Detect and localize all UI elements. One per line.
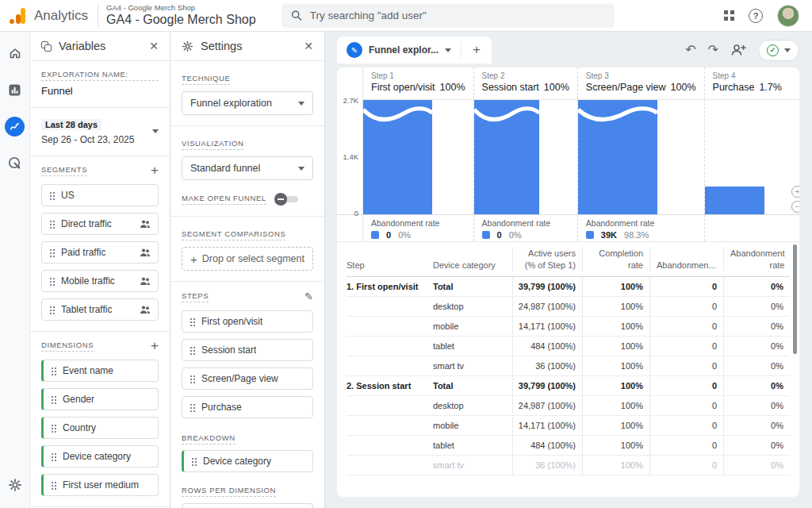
exploration-name-value[interactable]: Funnel	[41, 85, 159, 97]
funnel-y-axis: 2.7K 1.4K 0	[337, 99, 362, 214]
zoom-in-button[interactable]: +	[791, 186, 799, 198]
dimension-chip-event-name[interactable]: Event name	[41, 360, 159, 382]
drag-handle-icon[interactable]	[191, 457, 197, 466]
drag-handle-icon[interactable]	[190, 346, 195, 355]
saved-status-button[interactable]: ✓	[758, 40, 799, 61]
drag-handle-icon[interactable]	[190, 318, 195, 326]
segment-chip-paid-traffic[interactable]: Paid traffic	[41, 241, 159, 264]
visualization-label: VISUALIZATION	[182, 139, 243, 150]
variables-close-icon[interactable]: ✕	[149, 40, 159, 52]
table-header-row: Step Device category Active users(% of S…	[347, 242, 790, 277]
redo-icon[interactable]: ↷	[708, 44, 718, 56]
home-icon[interactable]	[5, 43, 25, 64]
abandonment-cell-3: Abandonment rate 39K 98.3%	[577, 214, 704, 241]
drag-handle-icon[interactable]	[51, 481, 56, 490]
visualization-select[interactable]: Standard funnel	[182, 156, 313, 180]
edit-steps-pencil-icon[interactable]: ✎	[304, 291, 313, 302]
funnel-bar-cell-3	[577, 99, 704, 214]
drag-handle-icon[interactable]	[49, 306, 55, 314]
table-row: mobile 14,171 (100%) 100% 0 0%	[347, 416, 790, 436]
segment-chip-mobile-traffic[interactable]: Mobile traffic	[41, 270, 159, 292]
search-bar[interactable]	[282, 4, 615, 28]
table-row: mobile 14,171 (100%) 100% 0 0%	[347, 317, 790, 337]
apps-grid-icon[interactable]	[724, 10, 734, 21]
drag-handle-icon[interactable]	[49, 248, 55, 257]
col-abandonments: Abandonmen...	[649, 248, 723, 271]
settings-close-icon[interactable]: ✕	[304, 40, 313, 52]
add-tab-button[interactable]: +	[462, 37, 492, 64]
date-range-section[interactable]: Last 28 days Sep 26 - Oct 23, 2025	[30, 108, 170, 156]
dimension-chip-gender[interactable]: Gender	[41, 388, 159, 410]
drag-handle-icon[interactable]	[51, 367, 56, 375]
dimension-chip-first-user-medium[interactable]: First user medium	[41, 474, 159, 496]
avatar[interactable]	[777, 5, 799, 27]
segment-chip-us[interactable]: US	[41, 184, 159, 206]
tab-funnel-exploration[interactable]: ✎ Funnel explor...	[337, 37, 461, 64]
brand-name: Analytics	[34, 8, 88, 24]
property-selector[interactable]: GA4 - Google Merch Shop GA4 - Google Mer…	[106, 4, 256, 27]
advertising-icon[interactable]	[5, 152, 25, 173]
funnel-bar[interactable]	[705, 187, 764, 214]
step-chip-first-open-visit[interactable]: First open/visit	[182, 310, 313, 333]
dimension-chip-device-category[interactable]: Device category	[41, 445, 159, 468]
funnel-bar-cell-1	[362, 99, 473, 214]
plus-icon: +	[190, 252, 197, 266]
table-row: smart tv 36 (100%) 100% 0 0%	[347, 456, 790, 475]
drag-handle-icon[interactable]	[51, 452, 56, 461]
drag-handle-icon[interactable]	[49, 277, 55, 286]
explore-icon[interactable]	[5, 116, 25, 137]
funnel-header-spacer	[790, 67, 799, 99]
main-layout: Variables ✕ EXPLORATION NAME: Funnel Las…	[0, 32, 812, 508]
search-icon	[291, 10, 302, 21]
search-input[interactable]	[310, 10, 605, 21]
date-preset-badge: Last 28 days	[41, 119, 102, 130]
dimension-chip-country[interactable]: Country	[41, 417, 159, 439]
drag-handle-icon[interactable]	[51, 395, 56, 404]
abandonment-cell-2: Abandonment rate 0 0%	[473, 214, 577, 241]
segment-dropzone[interactable]: + Drop or select segment	[182, 247, 313, 271]
segment-chip-tablet-traffic[interactable]: Tablet traffic	[41, 298, 159, 321]
open-funnel-label: MAKE OPEN FUNNEL	[182, 194, 266, 205]
open-funnel-toggle[interactable]	[274, 193, 300, 206]
canvas-actions: ↶ ↷ ✓	[685, 40, 799, 61]
drag-handle-icon[interactable]	[190, 375, 195, 383]
analytics-logo-wrap[interactable]: Analytics	[0, 7, 88, 25]
funnel-step-header-2: Step 2 Session start 100%	[473, 67, 577, 99]
add-dimension-button[interactable]: +	[151, 341, 159, 351]
table-row: 1. First open/visit Total 39,799 (100%) …	[347, 277, 790, 297]
step-chip-screen-page-view[interactable]: Screen/Page view	[182, 368, 313, 390]
step-chip-purchase[interactable]: Purchase	[182, 396, 313, 418]
settings-panel: Settings ✕ TECHNIQUE Funnel exploration …	[170, 32, 325, 508]
breakdown-chip-device-category[interactable]: Device category	[182, 450, 313, 472]
funnel-data-table: Step Device category Active users(% of S…	[337, 242, 799, 497]
step-chip-session-start[interactable]: Session start	[182, 339, 313, 361]
funnel-zoom-controls: + −	[790, 99, 799, 214]
help-icon[interactable]: ?	[749, 9, 763, 23]
funnel-wave	[474, 104, 539, 125]
visualization-section: VISUALIZATION Standard funnel MAKE OPEN …	[170, 126, 324, 217]
rows-per-dimension-select[interactable]: 5	[182, 503, 313, 508]
drag-handle-icon[interactable]	[49, 220, 55, 229]
drag-handle-icon[interactable]	[190, 403, 195, 412]
segment-comparisons-section: SEGMENT COMPARISONS + Drop or select seg…	[170, 217, 324, 282]
drag-handle-icon[interactable]	[51, 424, 56, 433]
add-segment-button[interactable]: +	[151, 166, 159, 175]
date-range-value: Sep 26 - Oct 23, 2025	[41, 134, 134, 145]
app-window: Analytics GA4 - Google Merch Shop GA4 - …	[0, 0, 812, 508]
undo-icon[interactable]: ↶	[685, 44, 695, 56]
topbar-divider	[98, 5, 98, 27]
tab-caret-icon	[445, 48, 451, 52]
segment-chip-direct-traffic[interactable]: Direct traffic	[41, 213, 159, 235]
shared-segment-icon	[140, 219, 151, 229]
admin-gear-icon[interactable]	[5, 475, 25, 495]
steps-label: STEPS	[182, 291, 209, 302]
table-scrollbar[interactable]	[793, 244, 797, 354]
funnel-step-header-4: Step 4 Purchase 1.7%	[704, 67, 790, 99]
reports-icon[interactable]	[5, 79, 25, 100]
share-add-user-icon[interactable]	[730, 44, 746, 56]
zoom-out-button[interactable]: −	[791, 201, 799, 213]
left-nav-rail	[0, 32, 30, 508]
drag-handle-icon[interactable]	[49, 191, 55, 200]
technique-select[interactable]: Funnel exploration	[182, 91, 313, 115]
variables-icon	[41, 41, 52, 52]
